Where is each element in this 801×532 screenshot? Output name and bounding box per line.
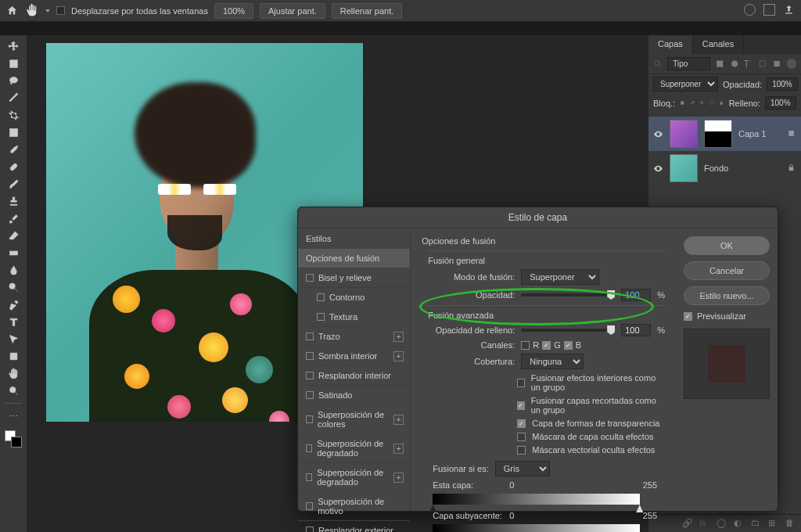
tab-layers[interactable]: Capas [648,35,693,54]
dodge-tool-icon[interactable] [3,279,23,295]
add-icon[interactable]: + [393,332,404,342]
lasso-tool-icon[interactable] [3,73,23,88]
bevel-item[interactable]: Bisel y relieve [298,268,410,288]
visibility-icon[interactable] [653,129,663,139]
filter-type-icon[interactable]: T [744,59,753,69]
color-overlay-item[interactable]: Superposición de colores+ [298,405,410,434]
channel-g-checkbox[interactable] [542,341,551,350]
blend-mode-select[interactable]: Superponer [521,269,599,285]
inner-shadow-item[interactable]: Sombra interior+ [298,347,410,366]
lock-all-icon[interactable] [719,98,724,108]
gradient-overlay-item[interactable]: Superposición de degradado+ [298,434,410,463]
cb-vector-mask-hides[interactable] [517,446,526,455]
opacity-input[interactable] [767,77,798,91]
blur-tool-icon[interactable] [3,262,23,278]
layer-capa1[interactable]: Capa 1 [648,117,801,151]
share-icon[interactable] [783,4,795,17]
channel-b-checkbox[interactable] [564,341,573,350]
opacity-slider[interactable] [521,293,615,297]
move-tool-icon[interactable] [3,38,23,54]
lock-paint-icon[interactable] [690,98,695,108]
visibility-icon[interactable] [653,164,663,174]
shape-tool-icon[interactable] [3,348,23,364]
fx-icon[interactable]: fx [699,518,710,529]
search-icon[interactable] [653,59,663,69]
underlying-layer-slider[interactable] [433,524,640,532]
blend-mode-select[interactable]: Superponer [653,77,718,92]
opacity-input[interactable] [621,289,651,301]
layer-thumbnail[interactable] [670,154,698,182]
stroke-item[interactable]: Trazo+ [298,327,410,347]
crop-tool-icon[interactable] [3,107,23,123]
layer-filter-input[interactable] [667,57,710,70]
eraser-tool-icon[interactable] [3,228,23,243]
blend-if-select[interactable]: Gris [495,461,550,476]
home-icon[interactable] [6,5,19,17]
tool-dropdown-icon[interactable] [45,9,50,13]
fit-screen-button[interactable]: Ajustar pant. [260,3,325,19]
lock-artboard-icon[interactable] [709,98,715,108]
add-icon[interactable]: + [393,473,404,483]
workspace-icon[interactable] [763,4,775,16]
color-swatches[interactable] [5,430,22,448]
preview-checkbox[interactable] [684,312,692,321]
outer-glow-item[interactable]: Resplandor exterior [298,521,410,532]
lock-icon[interactable] [787,164,796,173]
marquee-tool-icon[interactable] [3,56,23,71]
wand-tool-icon[interactable] [3,90,23,106]
fill-screen-button[interactable]: Rellenar pant. [332,3,403,19]
filter-adjust-icon[interactable] [730,59,739,69]
layer-thumbnail[interactable] [670,120,698,148]
gradient-overlay-item-2[interactable]: Superposición de degradado+ [298,463,410,492]
cb-clipped-layers[interactable] [517,401,524,410]
cb-inner-effects[interactable] [517,379,524,387]
stamp-tool-icon[interactable] [3,193,23,209]
gradient-tool-icon[interactable] [3,245,23,261]
add-icon[interactable]: + [393,444,404,454]
brush-tool-icon[interactable] [3,176,23,192]
frame-tool-icon[interactable] [3,124,23,140]
filter-image-icon[interactable] [715,59,724,69]
lock-pixels-icon[interactable] [680,98,685,108]
fill-opacity-input[interactable] [621,324,651,336]
filter-shape-icon[interactable] [758,59,767,69]
filter-toggle-icon[interactable] [787,59,796,69]
delete-icon[interactable]: 🗑 [785,518,796,529]
pen-tool-icon[interactable] [3,297,23,312]
mask-thumbnail[interactable] [704,120,732,148]
fill-input[interactable] [765,96,796,110]
healing-tool-icon[interactable] [3,159,23,174]
layer-fondo[interactable]: Fondo [648,151,801,185]
scroll-all-checkbox[interactable] [56,6,65,15]
zoom-tool-icon[interactable] [3,383,23,398]
hand-tool-icon[interactable] [3,365,23,381]
contour-item[interactable]: Contorno [298,288,410,307]
adjustment-icon[interactable]: ◐ [734,518,745,529]
lock-position-icon[interactable] [699,98,705,108]
add-icon[interactable]: + [393,415,404,425]
cancel-button[interactable]: Cancelar [684,261,770,280]
hand-tool-icon[interactable] [25,3,39,19]
pattern-overlay-item[interactable]: Superposición de motivo [298,492,410,521]
layer-style-icon[interactable] [787,129,796,138]
new-style-button[interactable]: Estilo nuevo... [684,286,770,305]
mask-icon[interactable]: ◯ [717,518,727,529]
satin-item[interactable]: Satinado [298,386,410,405]
add-icon[interactable]: + [393,351,404,361]
link-layers-icon[interactable]: 🔗 [682,518,693,529]
knockout-select[interactable]: Ninguna [521,354,584,369]
blending-options-item[interactable]: Opciones de fusión [298,249,410,268]
channel-r-checkbox[interactable] [521,341,530,350]
ok-button[interactable]: OK [684,236,770,255]
inner-glow-item[interactable]: Resplandor interior [298,366,410,386]
type-tool-icon[interactable] [3,314,23,329]
filter-smart-icon[interactable] [772,59,781,69]
cb-transparency-shapes[interactable] [517,419,526,428]
history-brush-icon[interactable] [3,210,23,226]
zoom-level[interactable]: 100% [214,3,253,19]
more-tools-icon[interactable]: ⋯ [3,408,23,424]
tab-channels[interactable]: Canales [693,35,744,54]
cb-layer-mask-hides[interactable] [517,433,526,441]
new-layer-icon[interactable]: ⊞ [768,518,779,529]
eyedropper-tool-icon[interactable] [3,142,23,157]
